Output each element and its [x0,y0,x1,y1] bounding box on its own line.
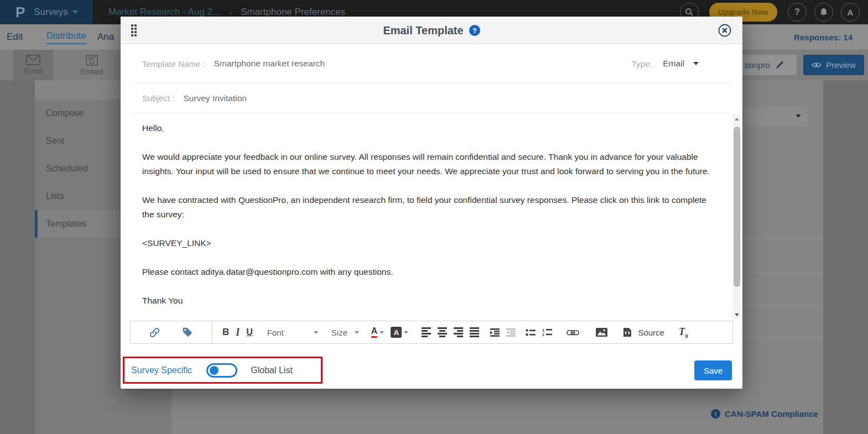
subject-label: Subject : [142,93,174,103]
insert-image-button[interactable] [592,324,611,341]
text-color-button[interactable]: A [368,324,388,341]
breadcrumb-page: Smartphone Preferences [241,7,345,18]
insert-link-button[interactable] [563,324,583,341]
tab-distribute[interactable]: Distribute [46,24,86,50]
email-icon [26,55,40,65]
share-embed-button[interactable]: Embed [72,50,112,80]
font-dropdown[interactable]: Font [264,324,321,341]
template-name-row: Template Name : Smartphone market resear… [131,44,732,83]
source-button[interactable]: Source [620,324,668,341]
survey-specific-label[interactable]: Survey Specific [131,365,192,375]
source-code-icon [623,327,632,337]
bullet-list-button[interactable] [522,324,539,341]
size-dropdown[interactable]: Size [328,324,362,341]
responses-count: Responses: 14 [794,24,853,50]
richtext-toolbar: B I U Font Size A A 12 Source [130,321,733,344]
subject-row: Subject : Survey Invitation [131,83,732,113]
decrease-indent-button[interactable] [503,324,519,341]
account-avatar[interactable]: A [841,3,860,22]
justify-button[interactable] [466,324,482,341]
chevron-down-icon [72,11,78,14]
tab-analytics[interactable]: Ana [97,24,114,50]
template-name-input[interactable]: Smartphone market research [214,59,325,69]
modal-header: Email Template ? [121,17,742,44]
notifications-button[interactable] [814,3,833,22]
canspam-compliance-link[interactable]: ! CAN-SPAM Compliance [711,409,818,419]
align-left-icon [422,327,431,337]
global-list-label[interactable]: Global List [251,365,293,375]
help-button[interactable]: ? [788,3,807,22]
survey-url-text: tionpro [745,60,770,70]
align-center-button[interactable] [434,324,450,341]
email-body-text: Hello, We would appreciate your feedback… [142,121,712,321]
body-paragraph: Please contact aditya.datar@questionpro.… [142,265,712,279]
bullet-list-icon [526,328,536,337]
page-right-margin [823,80,868,434]
scroll-up-arrow[interactable] [732,114,741,123]
preview-button[interactable]: Preview [803,55,864,75]
questionpro-logo[interactable]: P [15,4,25,21]
avatar-initial: A [848,8,854,17]
insert-group [131,321,212,343]
link-chain-icon [149,327,160,338]
background-color-icon: A [391,327,402,338]
insert-survey-link-button[interactable] [145,324,164,341]
align-right-icon [454,327,463,337]
list-scope-toggle[interactable] [206,363,237,378]
remove-format-icon: Tx [679,326,688,339]
align-left-button[interactable] [418,324,434,341]
image-icon [596,328,607,337]
text-color-icon: A [371,327,378,338]
body-paragraph: Hello, [142,121,712,135]
merge-tag-button[interactable] [178,324,197,341]
chevron-down-icon [796,114,801,118]
share-email-button[interactable]: Email [13,50,53,80]
italic-button[interactable]: I [232,324,243,341]
tag-icon [181,326,194,338]
search-icon [685,8,694,17]
scroll-down-arrow[interactable] [732,310,741,319]
increase-indent-icon [490,328,500,337]
type-value: Email [663,59,684,69]
justify-icon [470,327,479,337]
remove-format-button[interactable]: Tx [675,324,692,341]
increase-indent-button[interactable] [487,324,503,341]
numbered-list-button[interactable]: 12 [539,324,555,341]
svg-text:1: 1 [542,328,544,333]
subject-input[interactable]: Survey Invitation [183,93,247,103]
info-icon: ! [711,409,720,419]
template-help-icon[interactable]: ? [469,25,480,36]
background-dropdown[interactable] [744,107,808,126]
share-email-label: Email [24,67,43,75]
template-name-label: Template Name : [142,59,205,69]
email-body-editor[interactable]: Hello, We would appreciate your feedback… [121,113,742,321]
edit-pencil-icon[interactable] [776,61,784,69]
body-scrollbar[interactable] [732,114,741,319]
scrollbar-thumb[interactable] [734,127,740,287]
breadcrumb-survey-link[interactable]: Market Research - Aug 2... [108,7,220,18]
type-select[interactable]: Type: Email [632,59,699,69]
underline-button[interactable]: U [243,324,256,341]
save-button[interactable]: Save [694,360,732,380]
tab-edit[interactable]: Edit [7,24,23,50]
breadcrumb-separator: › [229,8,232,17]
modal-close-button[interactable] [718,24,731,37]
preview-label: Preview [826,60,855,70]
numbered-list-icon: 12 [542,328,552,337]
email-template-modal: Email Template ? Template Name : Smartph… [121,17,742,389]
modal-title: Email Template [383,24,463,37]
embed-icon [86,55,98,66]
canspam-label: CAN-SPAM Compliance [725,409,818,419]
body-paragraph: We would appreciate your feedback in our… [142,150,712,179]
background-color-button[interactable]: A [387,324,412,341]
body-paragraph: Thank You [142,294,712,308]
align-right-button[interactable] [450,324,466,341]
bold-button[interactable]: B [219,324,232,341]
svg-text:2: 2 [542,332,544,337]
align-center-icon [438,327,447,337]
body-paragraph: <SURVEY_LINK> [142,236,712,250]
surveys-menu[interactable]: Surveys [34,7,77,18]
survey-url-field[interactable]: tionpro [741,55,797,75]
surveys-menu-label: Surveys [34,7,67,18]
highlighted-toggle-region: Survey Specific Global List [123,357,323,384]
